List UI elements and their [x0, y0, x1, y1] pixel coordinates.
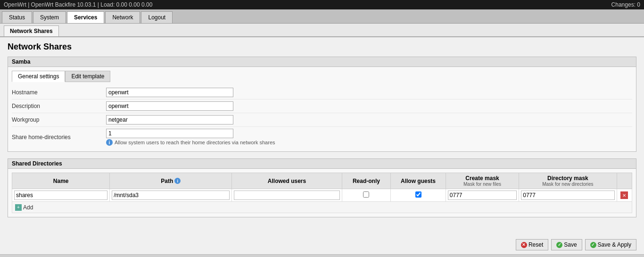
row-dir-mask-cell — [519, 189, 617, 202]
nav-tab-logout[interactable]: Logout — [141, 11, 173, 23]
share-home-label: Share home-directories — [12, 134, 106, 141]
nav-tab-system[interactable]: System — [33, 11, 66, 23]
samba-tab-template[interactable]: Edit template — [65, 71, 110, 82]
workgroup-input-wrap — [106, 115, 233, 124]
th-path-label: Path — [161, 178, 173, 184]
share-home-input[interactable] — [106, 129, 233, 138]
th-dir-mask: Directory mask Mask for new directories — [519, 173, 617, 189]
row-read-only-checkbox[interactable] — [363, 191, 369, 198]
th-dir-mask-label: Directory mask — [522, 175, 613, 182]
shared-dirs-legend: Shared Directories — [8, 159, 636, 169]
workgroup-row: Workgroup — [12, 113, 632, 127]
samba-tab-general[interactable]: General settings — [12, 71, 65, 82]
path-info-icon[interactable]: i — [174, 178, 181, 184]
description-input-wrap — [106, 101, 233, 111]
samba-section-content: General settings Edit template Hostname … — [8, 67, 636, 151]
row-name-cell — [12, 189, 110, 202]
th-read-only: Read-only — [342, 173, 391, 189]
share-home-row: Share home-directories i Allow system us… — [12, 127, 632, 148]
description-label: Description — [12, 103, 106, 109]
footer: ✕ Reset ✓ Save ✓ Save & Apply — [0, 235, 644, 254]
page-tab-network-shares[interactable]: Network Shares — [4, 25, 59, 36]
th-path: Path i — [110, 173, 232, 189]
table-header-row: Name Path i Allowed users Read-only Allo… — [12, 173, 632, 189]
hostname-input-wrap — [106, 88, 233, 97]
th-dir-mask-sub: Mask for new directories — [522, 182, 613, 187]
description-row: Description — [12, 99, 632, 113]
hostname-input[interactable] — [106, 88, 233, 97]
nav-tab-status[interactable]: Status — [2, 11, 32, 23]
samba-section: Samba General settings Edit template Hos… — [8, 57, 636, 152]
page-title: Network Shares — [8, 42, 636, 52]
reset-icon: ✕ — [521, 242, 527, 248]
shared-dirs-section: Shared Directories Name Path i Allowed u… — [8, 158, 636, 217]
topbar-changes: Changes: 0 — [611, 1, 640, 8]
workgroup-label: Workgroup — [12, 116, 106, 123]
shared-dirs-content: Name Path i Allowed users Read-only Allo… — [8, 169, 636, 217]
page-tabs: Network Shares — [0, 24, 644, 37]
th-create-mask-sub: Mask for new files — [449, 182, 516, 187]
row-create-mask-cell — [446, 189, 519, 202]
add-row-cell: + Add — [12, 202, 632, 213]
th-create-mask-label: Create mask — [449, 175, 516, 182]
th-create-mask: Create mask Mask for new files — [446, 173, 519, 189]
th-name: Name — [12, 173, 110, 189]
shared-dirs-table: Name Path i Allowed users Read-only Allo… — [12, 173, 632, 213]
table-row: ✕ — [12, 189, 632, 202]
nav-tabs: Status System Services Network Logout — [0, 9, 644, 24]
row-allow-guests-checkbox[interactable] — [415, 191, 421, 198]
share-home-hint-text: Allow system users to reach their home d… — [115, 140, 275, 145]
row-name-input[interactable] — [14, 191, 107, 200]
hostname-label: Hostname — [12, 89, 106, 96]
row-delete-button[interactable]: ✕ — [620, 191, 628, 199]
save-apply-icon: ✓ — [590, 242, 596, 248]
description-input[interactable] — [106, 101, 233, 111]
add-icon: + — [15, 204, 22, 211]
main-content: Network Shares Samba General settings Ed… — [0, 37, 644, 235]
row-read-only-cell — [342, 189, 391, 202]
save-label: Save — [564, 241, 577, 248]
workgroup-input[interactable] — [106, 115, 233, 124]
add-button[interactable]: + Add — [15, 204, 33, 211]
save-apply-button[interactable]: ✓ Save & Apply — [585, 239, 636, 250]
row-path-input[interactable] — [112, 191, 230, 200]
save-icon: ✓ — [556, 242, 562, 248]
samba-section-legend: Samba — [8, 57, 636, 67]
add-label: Add — [23, 204, 33, 211]
bottombar: Powered by LuCI 0.10.0 Release (0.10.0) — [0, 254, 644, 257]
share-home-hint: i Allow system users to reach their home… — [106, 139, 275, 146]
nav-tab-network[interactable]: Network — [105, 11, 140, 23]
row-delete-cell: ✕ — [617, 189, 632, 202]
th-allowed-users: Allowed users — [232, 173, 342, 189]
th-delete — [617, 173, 632, 189]
samba-inner-tabs: General settings Edit template — [12, 71, 632, 82]
row-allowed-users-cell — [232, 189, 342, 202]
save-apply-label: Save & Apply — [598, 241, 631, 248]
hostname-row: Hostname — [12, 86, 632, 99]
save-button[interactable]: ✓ Save — [551, 239, 582, 250]
reset-button[interactable]: ✕ Reset — [516, 239, 548, 250]
th-allow-guests: Allow guests — [391, 173, 446, 189]
add-row: + Add — [12, 202, 632, 213]
share-home-input-wrap: i Allow system users to reach their home… — [106, 129, 275, 146]
row-path-cell — [110, 189, 232, 202]
reset-label: Reset — [528, 241, 543, 248]
topbar-title: OpenWrt | OpenWrt Backfire 10.03.1 | Loa… — [4, 1, 152, 8]
row-dir-mask-input[interactable] — [521, 191, 614, 200]
row-allow-guests-cell — [391, 189, 446, 202]
share-home-info-icon: i — [106, 139, 113, 146]
nav-tab-services[interactable]: Services — [67, 11, 104, 23]
row-allowed-users-input[interactable] — [234, 191, 339, 200]
topbar: OpenWrt | OpenWrt Backfire 10.03.1 | Loa… — [0, 0, 644, 9]
row-create-mask-input[interactable] — [448, 191, 517, 200]
